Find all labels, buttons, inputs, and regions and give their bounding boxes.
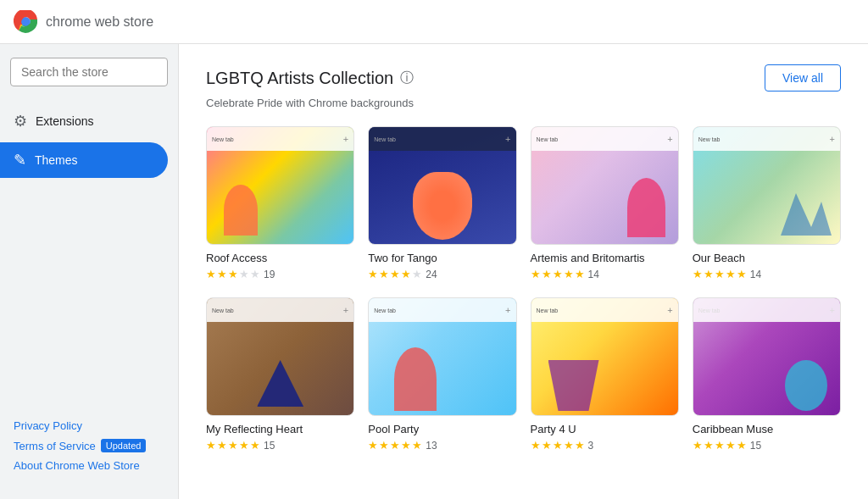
chrome-logo-icon xyxy=(14,10,37,34)
theme-card-two-for-tango[interactable]: New tab + Two for Tango ★ ★ ★ ★ ★ 24 xyxy=(368,126,516,280)
rating-count: 3 xyxy=(588,440,594,452)
section-subtitle: Celebrate Pride with Chrome backgrounds xyxy=(206,97,841,109)
svg-point-1 xyxy=(22,18,30,25)
view-all-button[interactable]: View all xyxy=(765,64,841,91)
theme-rating: ★ ★ ★ ★ ★ 24 xyxy=(368,268,516,280)
theme-thumbnail-caribbean-muse: New tab + xyxy=(693,297,841,416)
browser-chrome-mock: New tab + xyxy=(207,127,353,151)
about-link[interactable]: About Chrome Web Store xyxy=(14,459,164,472)
theme-card-our-beach[interactable]: New tab + Our Beach ★ ★ ★ ★ ★ 14 xyxy=(693,126,841,280)
stars: ★ ★ ★ ★ ★ xyxy=(693,268,747,280)
browser-chrome-mock: New tab + xyxy=(693,127,840,151)
theme-card-roof-access[interactable]: New tab + Roof Access ★ ★ ★ ★ ★ 19 xyxy=(206,126,354,280)
info-icon[interactable]: ⓘ xyxy=(400,69,414,87)
themes-grid: New tab + Roof Access ★ ★ ★ ★ ★ 19 xyxy=(206,126,841,452)
stars: ★ ★ ★ ★ ★ xyxy=(368,268,422,280)
browser-chrome-mock: New tab + xyxy=(369,127,515,151)
updated-badge: Updated xyxy=(101,439,147,452)
theme-rating: ★ ★ ★ ★ ★ 19 xyxy=(206,268,354,280)
sidebar: ⚙ Extensions ✎ Themes Privacy Policy Ter… xyxy=(0,44,178,499)
theme-thumbnail-party-4-u: New tab + xyxy=(531,297,679,416)
theme-rating: ★ ★ ★ ★ ★ 3 xyxy=(531,439,679,452)
theme-card-party-4-u[interactable]: New tab + Party 4 U ★ ★ ★ ★ ★ 3 xyxy=(531,297,679,452)
theme-card-reflecting-heart[interactable]: New tab + My Reflecting Heart ★ ★ ★ ★ ★ … xyxy=(206,297,354,452)
section-title: LGBTQ Artists Collection xyxy=(206,69,393,88)
sidebar-item-themes[interactable]: ✎ Themes xyxy=(0,142,168,178)
brush-icon: ✎ xyxy=(14,151,26,169)
theme-name: Artemis and Britomartis xyxy=(531,252,679,264)
stars: ★ ★ ★ ★ ★ xyxy=(693,439,747,452)
theme-thumbnail-artemis: New tab + xyxy=(531,126,679,245)
rating-count: 15 xyxy=(750,440,761,452)
theme-name: Two for Tango xyxy=(368,252,516,264)
browser-chrome-mock: New tab + xyxy=(693,298,840,322)
puzzle-icon: ⚙ xyxy=(14,112,27,130)
sidebar-item-extensions[interactable]: ⚙ Extensions xyxy=(0,103,168,139)
theme-card-artemis[interactable]: New tab + Artemis and Britomartis ★ ★ ★ … xyxy=(531,126,679,280)
section-title-row: LGBTQ Artists Collection ⓘ xyxy=(206,69,414,88)
stars: ★ ★ ★ ★ ★ xyxy=(531,268,585,280)
privacy-policy-link[interactable]: Privacy Policy xyxy=(14,419,164,432)
rating-count: 15 xyxy=(264,440,275,452)
stars: ★ ★ ★ ★ ★ xyxy=(206,439,260,452)
theme-name: My Reflecting Heart xyxy=(206,423,354,435)
theme-name: Party 4 U xyxy=(531,423,679,435)
section-header: LGBTQ Artists Collection ⓘ View all xyxy=(206,64,841,91)
stars: ★ ★ ★ ★ ★ xyxy=(531,439,585,452)
main-content: LGBTQ Artists Collection ⓘ View all Cele… xyxy=(178,44,868,499)
sidebar-item-extensions-label: Extensions xyxy=(36,114,93,128)
search-box[interactable] xyxy=(10,58,168,86)
theme-thumbnail-pool-party: New tab + xyxy=(368,297,516,416)
theme-rating: ★ ★ ★ ★ ★ 14 xyxy=(693,268,841,280)
rating-count: 14 xyxy=(750,269,761,280)
terms-of-service-link[interactable]: Terms of Service Updated xyxy=(14,439,164,452)
stars: ★ ★ ★ ★ ★ xyxy=(206,268,260,280)
sidebar-footer: Privacy Policy Terms of Service Updated … xyxy=(0,406,178,485)
rating-count: 19 xyxy=(264,269,275,280)
theme-thumbnail-roof-access: New tab + xyxy=(206,126,354,245)
theme-name: Our Beach xyxy=(693,252,841,264)
theme-name: Caribbean Muse xyxy=(693,423,841,435)
browser-chrome-mock: New tab + xyxy=(531,298,678,322)
theme-name: Pool Party xyxy=(368,423,516,435)
app-title: chrome web store xyxy=(46,14,153,30)
stars: ★ ★ ★ ★ ★ xyxy=(368,439,422,452)
top-bar: chrome web store xyxy=(0,0,868,44)
theme-rating: ★ ★ ★ ★ ★ 15 xyxy=(693,439,841,452)
theme-name: Roof Access xyxy=(206,252,354,264)
theme-thumbnail-our-beach: New tab + xyxy=(693,126,841,245)
theme-card-caribbean-muse[interactable]: New tab + Caribbean Muse ★ ★ ★ ★ ★ 15 xyxy=(693,297,841,452)
theme-thumbnail-reflecting-heart: New tab + xyxy=(206,297,354,416)
rating-count: 13 xyxy=(426,440,437,452)
theme-thumbnail-two-for-tango: New tab + xyxy=(368,126,516,245)
sidebar-item-themes-label: Themes xyxy=(35,153,78,167)
rating-count: 14 xyxy=(588,269,599,280)
theme-rating: ★ ★ ★ ★ ★ 15 xyxy=(206,439,354,452)
browser-chrome-mock: New tab + xyxy=(369,298,515,322)
main-layout: ⚙ Extensions ✎ Themes Privacy Policy Ter… xyxy=(0,44,868,499)
theme-rating: ★ ★ ★ ★ ★ 13 xyxy=(368,439,516,452)
rating-count: 24 xyxy=(426,269,437,280)
browser-chrome-mock: New tab + xyxy=(531,127,678,151)
theme-card-pool-party[interactable]: New tab + Pool Party ★ ★ ★ ★ ★ 13 xyxy=(368,297,516,452)
theme-rating: ★ ★ ★ ★ ★ 14 xyxy=(531,268,679,280)
search-input[interactable] xyxy=(10,58,168,86)
browser-chrome-mock: New tab + xyxy=(207,298,353,322)
